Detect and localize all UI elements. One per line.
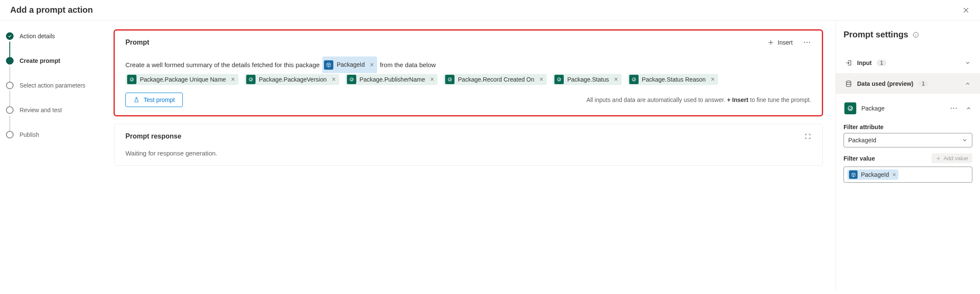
filter-value-chip[interactable]: PackageId × [847,170,898,180]
chip-label: Package.PublisherName [360,76,425,83]
svg-point-4 [557,78,561,81]
remove-chip-icon[interactable]: × [709,76,715,83]
svg-point-0 [130,78,134,81]
package-row[interactable]: Package ··· [844,94,972,118]
test-prompt-label: Test prompt [144,96,175,103]
prompt-title: Prompt [125,39,149,46]
chip-label: Package.Record Created On [458,76,534,83]
close-icon[interactable] [962,6,970,14]
chip-label: Package.Status [567,76,609,83]
remove-chip-icon[interactable]: × [612,76,618,83]
svg-point-3 [448,78,452,81]
plus-icon [767,39,774,46]
accordion-input[interactable]: Input 1 [844,52,972,73]
svg-point-5 [632,78,636,81]
dot-icon [6,57,14,65]
filter-value-input[interactable]: PackageId × [844,167,972,183]
step-publish[interactable]: Publish [6,131,106,139]
more-icon[interactable]: ··· [804,39,811,46]
step-label: Publish [20,131,39,138]
step-review-and-test[interactable]: Review and test [6,106,106,114]
step-create-prompt[interactable]: Create prompt [6,57,106,65]
prompt-response-card: Prompt response Waiting for response gen… [114,124,823,166]
filter-attribute-label: Filter attribute [844,124,972,130]
input-icon [845,59,852,66]
step-label: Review and test [20,107,62,113]
flask-icon [134,97,139,103]
svg-point-7 [846,81,851,82]
chip-status[interactable]: Package.Status × [553,74,621,85]
remove-chip-icon[interactable]: × [330,76,335,83]
chip-package-version[interactable]: Package.PackageVersion × [244,74,339,85]
prompt-card: Prompt Insert ··· Create a well formed s… [114,30,823,116]
info-icon[interactable] [912,31,919,38]
prompt-text-after: from the data below [380,58,436,72]
hint-after: to fine tune the prompt. [748,96,811,103]
step-action-details[interactable]: Action details [6,32,106,40]
remove-chip-icon[interactable]: × [229,76,235,83]
remove-chip-icon[interactable]: × [538,76,543,83]
remove-chip-icon[interactable]: × [368,57,374,72]
svg-point-1 [249,78,253,81]
chip-package-unique-name[interactable]: Package.Package Unique Name × [125,74,239,85]
chip-label: Package.Package Unique Name [140,76,226,83]
insert-button[interactable]: Insert [767,39,793,46]
svg-point-2 [350,78,353,81]
inline-chip-packageid[interactable]: PackageId × [322,57,378,73]
select-value: PackageId [848,137,876,144]
swirl-icon [445,75,454,84]
chip-label: PackageId [337,58,365,71]
cube-icon [324,60,333,70]
accordion-data-used[interactable]: Data used (preview) 1 [836,73,980,94]
step-select-action-parameters[interactable]: Select action parameters [6,82,106,89]
settings-title: Prompt settings [844,30,972,40]
dialog-title: Add a prompt action [10,5,93,15]
chevron-down-icon [965,60,971,66]
step-label: Create prompt [20,57,60,64]
swirl-icon [347,75,356,84]
test-prompt-button[interactable]: Test prompt [125,93,183,107]
swirl-icon [554,75,564,84]
expand-icon[interactable] [804,133,811,140]
count-badge: 1 [918,80,928,87]
prompt-text[interactable]: Create a well formed summary of the deta… [125,57,811,73]
dialog-header: Add a prompt action [0,0,980,20]
hint-bold: + Insert [727,96,748,103]
prompt-hint: All inputs and data are automatically us… [586,96,811,103]
steps-nav: Action details Create prompt Select acti… [0,20,111,291]
chip-label: Package.Status Reason [642,76,706,83]
check-icon [6,32,14,40]
more-icon[interactable]: ··· [950,105,958,112]
dot-icon [6,82,14,89]
remove-chip-icon[interactable]: × [892,171,896,178]
chip-publisher-name[interactable]: Package.PublisherName × [345,74,437,85]
step-label: Action details [20,33,55,40]
filter-value-label: Filter value [844,155,875,162]
swirl-icon [127,75,136,84]
accordion-label: Data used (preview) [857,80,913,87]
add-value-label: Add value [943,155,968,161]
chevron-down-icon [962,137,968,143]
database-icon [845,80,852,87]
prompt-settings-panel: Prompt settings Input 1 Data used (previ… [835,20,980,291]
chevron-up-icon[interactable] [966,105,971,111]
add-value-button: Add value [932,153,972,163]
chip-label: Package.PackageVersion [259,76,327,83]
svg-point-8 [848,106,853,111]
step-label: Select action parameters [20,82,85,89]
remove-chip-icon[interactable]: × [429,76,434,83]
chip-record-created-on[interactable]: Package.Record Created On × [443,74,547,85]
chip-status-reason[interactable]: Package.Status Reason × [628,74,719,85]
package-label: Package [861,105,884,112]
dot-icon [6,106,14,114]
dot-icon [6,131,14,139]
insert-label: Insert [778,39,793,46]
plus-icon [936,156,941,161]
chevron-up-icon [965,81,971,87]
response-title: Prompt response [125,133,182,140]
cube-icon [849,170,858,179]
swirl-icon [844,102,856,114]
hint-before: All inputs and data are automatically us… [586,96,727,103]
swirl-icon [246,75,256,84]
filter-attribute-select[interactable]: PackageId [844,133,972,147]
